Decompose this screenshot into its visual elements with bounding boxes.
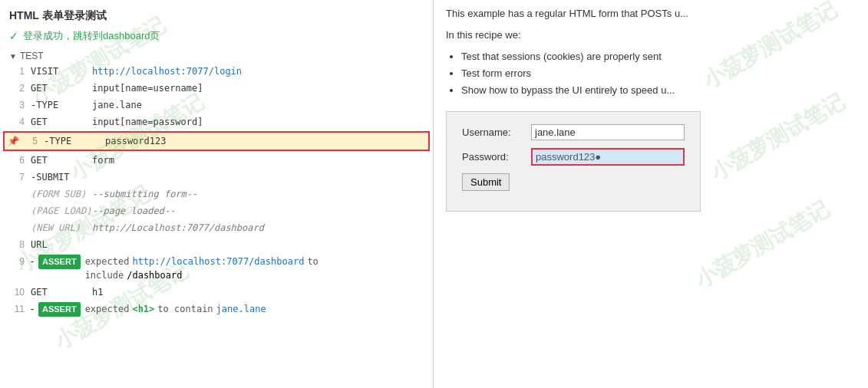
watermark-right-3: 小菠萝测试笔记 bbox=[690, 195, 835, 295]
test-section: ▼ TEST 1 VISIT http://localhost:7077/log… bbox=[0, 48, 433, 320]
watermark-right-2: 小菠萝测试笔记 bbox=[705, 87, 850, 188]
list-item: Test that sessions (cookies) are properl… bbox=[461, 48, 856, 65]
test-row-assert-11: 11 - ASSERT expected <h1> to contain jan… bbox=[0, 301, 433, 318]
list-item: Test form errors bbox=[461, 65, 856, 82]
test-row-url: 8 URL bbox=[0, 236, 433, 253]
test-row: 6 GET form bbox=[0, 152, 433, 169]
test-header: ▼ TEST bbox=[0, 49, 433, 63]
username-input[interactable] bbox=[531, 124, 685, 140]
test-row-highlighted: 📌 5 -TYPE password123 bbox=[3, 131, 430, 151]
left-panel: 小菠萝测试笔记 小菠萝测试笔记 小菠萝测试笔记 小菠萝测试笔记 HTML 表单登… bbox=[0, 0, 434, 388]
username-row: Username: bbox=[462, 124, 685, 140]
test-row-page-load: (PAGE LOAD) --page loaded-- bbox=[0, 202, 433, 219]
check-icon: ✓ bbox=[9, 30, 18, 42]
test-row: 1 VISIT http://localhost:7077/login bbox=[0, 63, 433, 80]
password-label: Password: bbox=[462, 151, 531, 163]
list-item: Show how to bypass the UI entirely to sp… bbox=[461, 82, 856, 99]
test-row-get-10: 10 GET h1 bbox=[0, 284, 433, 301]
pin-icon: 📌 bbox=[8, 134, 19, 148]
username-label: Username: bbox=[462, 127, 531, 138]
success-message: ✓ 登录成功，跳转到dashboard页 bbox=[0, 28, 433, 44]
test-row-assert-9: 9 - ASSERT expected http://localhost:707… bbox=[0, 253, 433, 284]
intro-text: This example has a regular HTML form tha… bbox=[446, 6, 856, 21]
page-title: HTML 表单登录测试 bbox=[0, 6, 433, 28]
assert-badge-11: ASSERT bbox=[38, 302, 81, 317]
test-row: 7 -SUBMIT bbox=[0, 169, 433, 186]
password-input[interactable] bbox=[531, 148, 685, 166]
test-row-form-sub: (FORM SUB) --submitting form-- bbox=[0, 186, 433, 202]
recipe-label: In this recipe we: bbox=[446, 28, 856, 43]
test-row: 4 GET input[name=password] bbox=[0, 113, 433, 130]
form-demo: Username: Password: Submit bbox=[446, 111, 701, 212]
test-row-new-url: (NEW URL) http://Localhost:7077/dashboar… bbox=[0, 219, 433, 236]
test-row: 3 -TYPE jane.lane bbox=[0, 97, 433, 113]
assert-badge-9: ASSERT bbox=[38, 255, 81, 269]
recipe-list: Test that sessions (cookies) are properl… bbox=[461, 48, 856, 99]
assert-content-9: expected http://localhost:7077/dashboard… bbox=[85, 255, 322, 282]
submit-button[interactable]: Submit bbox=[462, 173, 510, 191]
expand-icon[interactable]: ▼ bbox=[9, 52, 17, 61]
password-row: Password: bbox=[462, 148, 685, 166]
assert-content-11: expected <h1> to contain jane.lane bbox=[85, 302, 266, 316]
right-panel: 小菠萝测试笔记 小菠萝测试笔记 小菠萝测试笔记 This example has… bbox=[434, 0, 868, 388]
assert-indent-11: - bbox=[31, 302, 34, 316]
assert-indent: - bbox=[31, 255, 34, 268]
test-row: 2 GET input[name=username] bbox=[0, 80, 433, 97]
submit-row: Submit bbox=[462, 173, 685, 191]
